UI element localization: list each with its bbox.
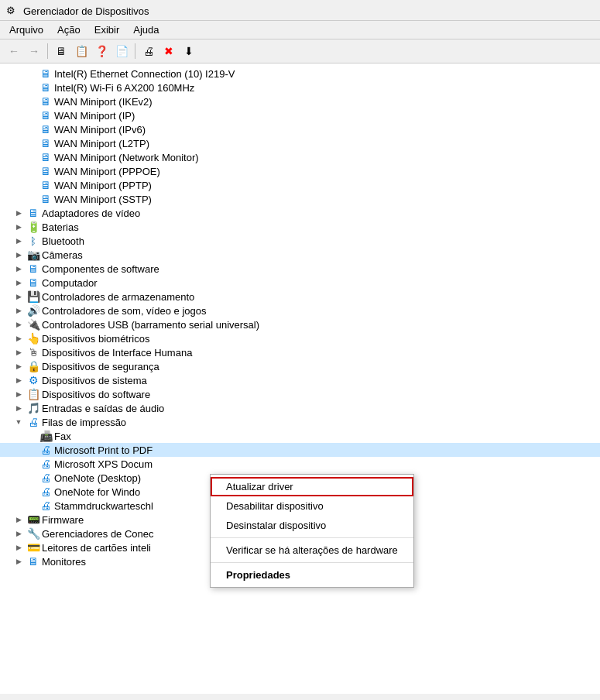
tree-category-audio[interactable]: ▶ 🎵 Entradas e saídas de áudio [0,401,600,415]
no-expand [25,123,37,136]
list-item[interactable]: 🖥 WAN Miniport (IKEv2) [0,94,600,108]
tree-category-baterias[interactable]: ▶ 🔋 Baterias [0,220,600,234]
printer-icon: 🖨 [39,486,52,498]
item-label: OneNote for Windo [54,486,140,498]
list-item[interactable]: 🖥 WAN Miniport (IP) [0,108,600,122]
item-label: Dispositivos de Interface Humana [42,347,192,359]
item-label: Dispositivos de sistema [42,375,147,386]
item-label: Gerenciadores de Conec [42,528,154,540]
item-label: WAN Miniport (SSTP) [54,194,152,205]
no-expand [25,193,37,205]
ctx-separator-2 [211,562,413,563]
ctx-desinstalar[interactable]: Desinstalar dispositivo [211,516,413,535]
item-label: WAN Miniport (L2TP) [54,138,149,149]
tree-category-hid[interactable]: ▶ 🖱 Dispositivos de Interface Humana [0,345,600,359]
list-item[interactable]: 🖥 WAN Miniport (SSTP) [0,192,600,206]
tree-category-bluetooth[interactable]: ▶ ᛒ Bluetooth [0,234,600,248]
list-item[interactable]: 🖥 WAN Miniport (IPv6) [0,122,600,136]
tree-category-computador[interactable]: ▶ 🖥 Computador [0,276,600,290]
expand-icon: ▶ [12,360,25,372]
menu-exibir[interactable]: Exibir [88,22,126,37]
expand-icon: ▶ [12,527,25,540]
menu-acao[interactable]: Ação [51,22,87,37]
tree-category-biometrico[interactable]: ▶ 👆 Dispositivos biométricos [0,331,600,345]
update-button[interactable]: ⬇ [180,42,198,60]
audio-icon: 🎵 [27,402,39,414]
usb-icon: 🔌 [27,318,39,331]
expand-icon: ▶ [12,262,25,275]
expand-icon: ▶ [12,249,25,261]
tree-category-cameras[interactable]: ▶ 📷 Câmeras [0,248,600,262]
expand-icon: ▶ [12,513,25,526]
tree-category-componentes-software[interactable]: ▶ 🖥 Componentes de software [0,262,600,276]
ctx-propriedades[interactable]: Propriedades [211,565,413,585]
item-label: Controladores de armazenamento [42,291,194,303]
delete-button[interactable]: ✖ [159,42,178,60]
item-label: WAN Miniport (IKEv2) [54,96,153,108]
list-item[interactable]: 🖥 WAN Miniport (PPTP) [0,178,600,192]
tree-category-software-dev[interactable]: ▶ 📋 Dispositivos do software [0,387,600,401]
tree-category-sistema[interactable]: ▶ ⚙ Dispositivos de sistema [0,373,600,387]
item-label: WAN Miniport (Network Monitor) [54,152,199,163]
item-label: Entradas e saídas de áudio [42,403,164,414]
list-item[interactable]: 🖥 WAN Miniport (Network Monitor) [0,150,600,164]
tree-category-sound[interactable]: ▶ 🔊 Controladores de som, vídeo e jogos [0,304,600,317]
no-expand [25,472,37,484]
hid-icon: 🖱 [27,346,39,359]
no-expand [25,95,37,108]
camera-icon: 📷 [27,249,39,261]
ctx-desabilitar[interactable]: Desabilitar dispositivo [211,496,413,516]
tree-category-security[interactable]: ▶ 🔒 Dispositivos de segurança [0,359,600,373]
title-bar-text: Gerenciador de Dispositivos [23,5,149,17]
menu-ajuda[interactable]: Ajuda [127,22,165,37]
item-label: Stammdruckwarteschl [54,500,153,512]
expand-icon: ▶ [12,541,25,554]
firmware-icon: 📟 [27,513,39,526]
list-item[interactable]: 🖥 Intel(R) Ethernet Connection (10) I219… [0,67,600,81]
network-icon: 🖥 [39,67,52,80]
ctx-atualizar-driver[interactable]: Atualizar driver [211,477,413,496]
context-menu: Atualizar driver Desabilitar dispositivo… [210,474,414,588]
show-resources-button[interactable]: 📋 [72,42,91,60]
scan-hardware-button[interactable]: 🖨 [139,42,158,60]
network-icon: 🖥 [39,123,52,136]
battery-icon: 🔋 [27,221,39,233]
monitor-icon: 🖥 [27,555,39,568]
item-label: Dispositivos do software [42,389,150,400]
tree-category-adaptadores-video[interactable]: ▶ 🖥 Adaptadores de vídeo [0,206,600,220]
list-item[interactable]: 🖥 WAN Miniport (PPPOE) [0,164,600,178]
no-expand [25,137,37,149]
menu-arquivo[interactable]: Arquivo [3,22,50,37]
network-icon: 🖥 [39,95,52,108]
item-label: Bluetooth [42,235,84,247]
list-item[interactable]: 📠 Fax [0,429,600,443]
item-label: Intel(R) Wi-Fi 6 AX200 160MHz [54,82,194,94]
expand-icon: ▶ [12,304,25,317]
menu-bar: Arquivo Ação Exibir Ajuda [0,21,600,39]
tree-category-usb[interactable]: ▶ 🔌 Controladores USB (barramento serial… [0,317,600,331]
network-icon: 🖥 [39,109,52,122]
show-devices-button[interactable]: 🖥 [52,42,70,60]
list-item[interactable]: 🖨 Microsoft XPS Docum [0,457,600,471]
biometric-icon: 👆 [27,332,39,345]
item-label: Componentes de software [42,263,159,275]
device-tree[interactable]: 🖥 Intel(R) Ethernet Connection (10) I219… [0,63,600,694]
ctx-verificar[interactable]: Verificar se há alterações de hardware [211,540,413,560]
sound-icon: 🔊 [27,304,39,317]
item-label: WAN Miniport (IP) [54,110,135,122]
system-icon: ⚙ [27,374,39,386]
list-item-microsoft-print[interactable]: 🖨 Microsoft Print to PDF [0,443,600,457]
network-icon: 🖥 [39,193,52,205]
item-label: Câmeras [42,249,83,261]
list-item[interactable]: 🖥 Intel(R) Wi-Fi 6 AX200 160MHz [0,81,600,94]
list-item[interactable]: 🖥 WAN Miniport (L2TP) [0,136,600,150]
tree-category-filas[interactable]: ▼ 🖨 Filas de impressão [0,415,600,429]
tree-category-storage[interactable]: ▶ 💾 Controladores de armazenamento [0,290,600,304]
expand-icon: ▶ [12,332,25,345]
help-button[interactable]: ❓ [92,42,111,60]
title-bar: ⚙ Gerenciador de Dispositivos [0,0,600,21]
expand-icon: ▶ [12,221,25,233]
properties-button[interactable]: 📄 [112,42,131,60]
network-icon: 🖥 [39,81,52,94]
no-expand [25,179,37,191]
